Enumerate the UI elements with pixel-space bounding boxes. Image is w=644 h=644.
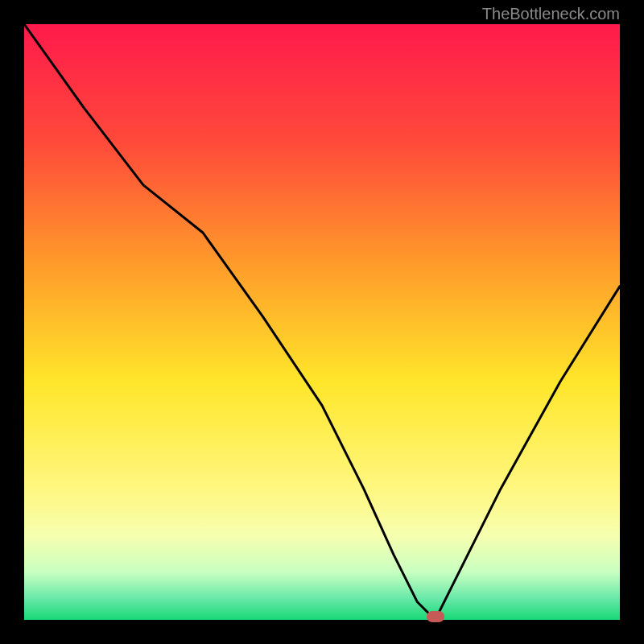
bottleneck-curve xyxy=(24,24,620,620)
plot-area xyxy=(24,24,620,620)
watermark-label: TheBottleneck.com xyxy=(482,5,620,23)
chart-frame: TheBottleneck.com xyxy=(0,0,644,644)
optimal-marker xyxy=(427,611,444,622)
